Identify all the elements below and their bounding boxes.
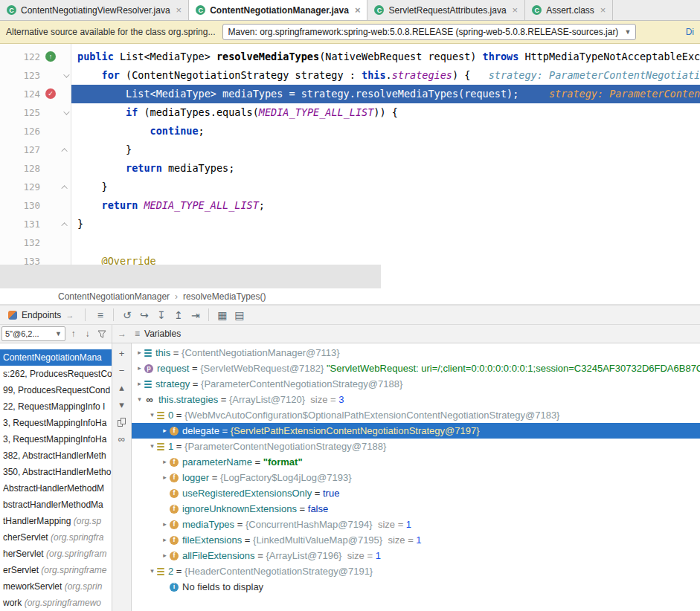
code-editor[interactable]: 122↑public List<MediaType> resolveMediaT… — [0, 44, 700, 288]
step-out-icon[interactable]: ↥ — [170, 307, 187, 323]
menu-icon[interactable]: ≡ — [91, 307, 109, 323]
chevron-right-icon[interactable]: ▸ — [135, 376, 144, 392]
editor-tab[interactable]: CAssert.class× — [525, 0, 613, 20]
code-line[interactable]: 126 continue; — [0, 122, 700, 140]
variable-row[interactable]: ▾0 = {WebMvcAutoConfiguration$OptionalPa… — [132, 407, 700, 423]
stack-frame[interactable]: 3, RequestMappingInfoHa — [0, 415, 112, 431]
variables-message-row[interactable]: iNo fields to display — [132, 579, 700, 595]
move-watch-up-button[interactable]: ▴ — [115, 382, 129, 393]
restore-layout-icon[interactable]: → — [112, 325, 132, 343]
fold-icon[interactable] — [62, 146, 69, 154]
stack-frame[interactable]: s:262, ProducesRequestCo — [0, 366, 112, 382]
close-icon[interactable]: × — [355, 5, 361, 15]
editor-tab[interactable]: CContentNegotiationManager.java× — [189, 0, 367, 20]
close-icon[interactable]: × — [600, 5, 606, 15]
run-to-cursor-icon[interactable]: ⇥ — [187, 307, 204, 323]
code-line[interactable]: 125 if (mediaTypes.equals(MEDIA_TYPE_ALL… — [0, 103, 700, 122]
thread-combo[interactable]: 5"@6,2... ▼ — [1, 326, 65, 341]
code-line[interactable]: 123 for (ContentNegotiationStrategy stra… — [0, 66, 700, 85]
variable-row[interactable]: ▸ffileExtensions = {LinkedMultiValueMap@… — [132, 532, 700, 548]
source-jar-combo[interactable]: Maven: org.springframework:spring-web:5.… — [222, 24, 636, 40]
variable-row[interactable]: fuseRegisteredExtensionsOnly = true — [132, 485, 700, 501]
code-line[interactable]: 124✓ List<MediaType> mediaTypes = strate… — [0, 85, 700, 103]
variables-menu-icon[interactable]: ≡ — [135, 329, 140, 339]
stack-frame[interactable]: meworkServlet (org.sprin — [0, 578, 112, 595]
filter-frames-icon[interactable] — [95, 326, 108, 341]
stack-frame[interactable]: 22, RequestMappingInfo I — [0, 398, 112, 415]
step-into-icon[interactable]: ↧ — [152, 307, 170, 323]
code-line[interactable]: 131} — [0, 215, 700, 233]
stack-frame[interactable]: work (org.springframewo — [0, 595, 112, 611]
chevron-right-icon[interactable]: ▸ — [160, 532, 170, 548]
breadcrumb-method[interactable]: resolveMediaTypes() — [183, 291, 266, 302]
remove-watch-button[interactable]: − — [115, 365, 129, 376]
fold-icon[interactable] — [62, 72, 69, 80]
close-icon[interactable]: × — [513, 5, 518, 15]
horizontal-scrollbar[interactable] — [0, 265, 381, 288]
fold-icon[interactable] — [62, 184, 69, 191]
stack-frame[interactable]: 382, AbstractHandlerMeth — [0, 447, 112, 464]
view-options-icon[interactable]: ▤ — [231, 307, 248, 323]
code-line[interactable]: 132 — [0, 233, 700, 252]
editor-tab[interactable]: CContentNegotiatingViewResolver.java× — [0, 0, 189, 20]
chevron-right-icon[interactable]: ▸ — [160, 517, 170, 532]
stack-frame[interactable]: AbstractHandlerMethodM — [0, 480, 112, 497]
previous-frame-button[interactable]: ↑ — [67, 326, 80, 341]
variable-row[interactable]: fignoreUnknownExtensions = false — [132, 501, 700, 517]
breakpoint-icon[interactable]: ✓ — [45, 88, 56, 99]
variable-row[interactable]: ▸this = {ContentNegotiationManager@7113} — [132, 345, 700, 361]
fold-icon[interactable] — [62, 221, 69, 228]
chevron-right-icon[interactable]: ▸ — [160, 423, 170, 439]
stack-frame[interactable]: herServlet (org.springfram — [0, 546, 112, 562]
breadcrumb-class[interactable]: ContentNegotiationManager — [58, 291, 170, 302]
stack-frame[interactable]: ContentNegotiationMana — [0, 349, 112, 366]
variable-row[interactable]: ▸prequest = {ServletWebRequest@7182} "Se… — [132, 361, 700, 376]
chevron-down-icon[interactable]: ▾ — [147, 439, 157, 454]
variable-row[interactable]: ▸strategy = {ParameterContentNegotiation… — [132, 376, 700, 392]
stack-frame[interactable]: 99, ProducesRequestCond — [0, 382, 112, 398]
chevron-right-icon[interactable]: ▸ — [160, 470, 170, 485]
grid-icon[interactable]: ▦ — [213, 307, 231, 323]
variable-row[interactable]: ▸flogger = {LogFactory$Log4jLog@7193} — [132, 470, 700, 485]
chevron-down-icon[interactable]: ▾ — [135, 392, 144, 407]
variable-row[interactable]: ▾2 = {HeaderContentNegotiationStrategy@7… — [132, 563, 700, 579]
stack-frame[interactable]: erServlet (org.springframe — [0, 562, 112, 578]
move-watch-down-button[interactable]: ▾ — [115, 399, 129, 410]
override-marker-icon[interactable]: ↑ — [45, 51, 56, 62]
stack-frame[interactable]: cherServlet (org.springfra — [0, 529, 112, 546]
chevron-down-icon[interactable]: ▾ — [147, 407, 157, 423]
variable-row[interactable]: ▾∞this.strategies = {ArrayList@7120} siz… — [132, 392, 700, 407]
close-icon[interactable]: × — [176, 5, 182, 15]
chevron-right-icon[interactable]: ▸ — [135, 361, 144, 376]
variable-row[interactable]: ▸fallFileExtensions = {ArrayList@7196} s… — [132, 548, 700, 563]
variable-row[interactable]: ▸fparameterName = "format" — [132, 454, 700, 470]
code-line[interactable]: 130 return MEDIA_TYPE_ALL_LIST; — [0, 196, 700, 215]
variable-row[interactable]: ▾1 = {ParameterContentNegotiationStrateg… — [132, 439, 700, 454]
stack-frame[interactable]: 3, RequestMappingInfoHa — [0, 431, 112, 447]
variable-row[interactable]: ▸fmediaTypes = {ConcurrentHashMap@7194} … — [132, 517, 700, 532]
stack-frame[interactable]: bstractHandlerMethodMa — [0, 497, 112, 513]
stack-frame[interactable]: 350, AbstractHandlerMetho — [0, 464, 112, 480]
chevron-right-icon[interactable]: ▸ — [135, 345, 144, 361]
step-over-icon[interactable]: ↪ — [135, 307, 152, 323]
add-watch-button[interactable]: + — [115, 348, 129, 359]
chevron-down-icon[interactable]: ▾ — [147, 563, 157, 579]
code-line[interactable]: 128 return mediaTypes; — [0, 159, 700, 178]
field-icon: f — [170, 427, 179, 436]
next-frame-button[interactable]: ↓ — [81, 326, 94, 341]
chevron-right-icon[interactable]: ▸ — [160, 548, 170, 563]
chevron-right-icon[interactable]: ▸ — [160, 454, 170, 470]
code-line[interactable]: 129 } — [0, 178, 700, 196]
code-line[interactable]: 127 } — [0, 140, 700, 159]
code-line[interactable]: 122↑public List<MediaType> resolveMediaT… — [0, 48, 700, 66]
disable-link[interactable]: Di — [686, 27, 694, 37]
stack-frame[interactable]: tHandlerMapping (org.sp — [0, 513, 112, 529]
show-watches-toggle[interactable]: ∞ — [115, 433, 129, 444]
editor-tab[interactable]: CServletRequestAttributes.java× — [367, 0, 525, 20]
tool-window-tab-endpoints[interactable]: Endpoints → — [3, 310, 79, 320]
show-execution-point-icon[interactable]: ↺ — [118, 307, 135, 323]
chevron-down-icon: ▼ — [55, 330, 62, 337]
fold-icon[interactable] — [62, 109, 69, 117]
variable-row[interactable]: ▸fdelegate = {ServletPathExtensionConten… — [132, 423, 700, 439]
duplicate-watch-button[interactable] — [115, 416, 129, 427]
